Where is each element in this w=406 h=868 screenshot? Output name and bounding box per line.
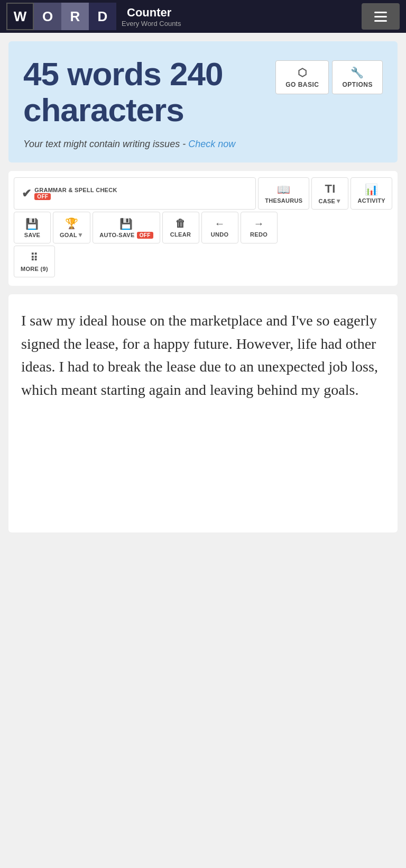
save-label: SAVE [24,232,40,238]
go-basic-label: GO BASIC [285,81,319,88]
logo-d: D [89,3,116,30]
undo-button[interactable]: ← UNDO [201,212,238,243]
stats-top-row: 45 words 240 characters ⬡ GO BASIC 🔧 OPT… [23,56,383,128]
goal-label: GOAL▼ [60,231,84,239]
stats-card: 45 words 240 characters ⬡ GO BASIC 🔧 OPT… [8,41,398,162]
save-button[interactable]: 💾 SAVE [14,212,51,243]
stats-numbers: 45 words 240 characters [23,56,223,128]
go-basic-button[interactable]: ⬡ GO BASIC [275,60,329,94]
activity-button[interactable]: 📊 ACTIVITY [350,177,392,210]
autosave-button[interactable]: 💾 AUTO-SAVEOFF [93,212,160,243]
grammar-icon: ✔ [22,187,31,201]
thesaurus-icon: 📖 [277,183,290,196]
more-label: MORE (9) [21,266,48,272]
more-icon: ⠿ [30,251,38,264]
grammar-spell-check-button[interactable]: ✔ GRAMMAR & SPELL CHECK OFF [14,177,256,210]
logo: W O R D Counter Every Word Counts [6,3,181,30]
activity-label: ACTIVITY [357,197,385,204]
case-label: CASE▼ [319,197,342,205]
options-button[interactable]: 🔧 OPTIONS [332,60,383,94]
text-content[interactable]: I saw my ideal house on the marketplace … [21,309,385,401]
options-label: OPTIONS [342,81,373,88]
autosave-label: AUTO-SAVEOFF [99,232,153,238]
redo-button[interactable]: → REDO [241,212,278,243]
toolbar-row-1: ✔ GRAMMAR & SPELL CHECK OFF 📖 THESAURUS … [14,177,392,210]
case-icon: TI [325,182,335,196]
thesaurus-label: THESAURUS [265,197,302,204]
logo-letters: W O R D [6,3,116,30]
autosave-icon: 💾 [119,218,133,230]
logo-counter-text: Counter [122,6,181,20]
grammar-status-badge: OFF [34,193,51,200]
undo-icon: ← [214,218,225,230]
toolbar: ✔ GRAMMAR & SPELL CHECK OFF 📖 THESAURUS … [8,171,398,286]
clear-label: CLEAR [170,231,191,238]
options-icon: 🔧 [350,66,364,79]
main-content: 45 words 240 characters ⬡ GO BASIC 🔧 OPT… [0,33,406,541]
characters-label-display: characters [23,92,223,128]
hamburger-icon [374,12,387,22]
app-header: W O R D Counter Every Word Counts [0,0,406,33]
logo-r: R [61,3,89,30]
activity-icon: 📊 [365,183,378,196]
save-icon: 💾 [25,218,39,230]
text-area-card: I saw my ideal house on the marketplace … [8,294,398,532]
undo-label: UNDO [211,231,229,238]
logo-tagline: Every Word Counts [122,20,181,28]
logo-w: W [6,3,34,30]
writing-issues-text: Your text might contain writing issues -… [23,139,383,150]
thesaurus-button[interactable]: 📖 THESAURUS [258,177,309,210]
case-button[interactable]: TI CASE▼ [311,177,348,210]
word-char-display: 45 words 240 [23,56,223,92]
grammar-label: GRAMMAR & SPELL CHECK OFF [34,187,117,200]
logo-o: O [34,3,61,30]
redo-icon: → [253,218,264,230]
goal-button[interactable]: 🏆 GOAL▼ [53,212,90,243]
stats-buttons: ⬡ GO BASIC 🔧 OPTIONS [275,60,383,94]
redo-label: REDO [250,231,267,238]
toolbar-row-2: 💾 SAVE 🏆 GOAL▼ 💾 AUTO-SAVEOFF 🗑 CLEAR [14,212,392,243]
go-basic-icon: ⬡ [298,66,307,79]
more-button[interactable]: ⠿ MORE (9) [14,246,55,277]
clear-icon: 🗑 [175,218,186,230]
toolbar-row-3: ⠿ MORE (9) [14,246,392,277]
hamburger-button[interactable] [362,3,400,30]
clear-button[interactable]: 🗑 CLEAR [162,212,199,243]
check-now-link[interactable]: Check now [188,139,235,149]
goal-icon: 🏆 [65,217,78,230]
